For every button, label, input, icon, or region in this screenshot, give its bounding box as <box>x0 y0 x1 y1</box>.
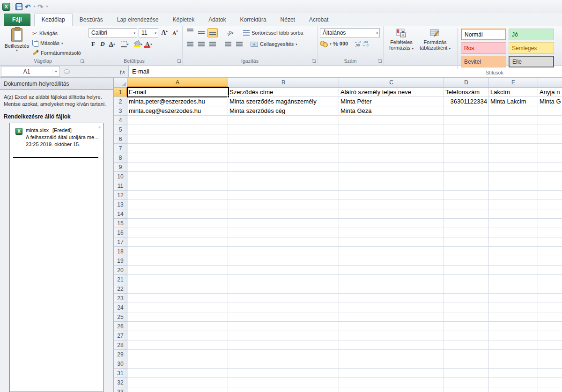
cell-F20[interactable] <box>538 266 562 275</box>
cell-E11[interactable] <box>489 181 538 191</box>
cell-B7[interactable] <box>228 144 339 153</box>
copy-dropdown-icon[interactable]: ▾ <box>61 42 63 45</box>
cell-B17[interactable] <box>228 237 339 247</box>
merge-cells-dropdown-icon[interactable]: ▾ <box>296 43 297 46</box>
number-format-select[interactable]: Általános ▾ <box>320 28 380 37</box>
comma-style-button[interactable]: 000 <box>340 41 348 46</box>
cell-E18[interactable] <box>489 247 538 256</box>
scroll-up-icon[interactable]: ▲ <box>97 125 102 129</box>
row-header-5[interactable]: 5 <box>114 125 127 134</box>
cell-D20[interactable] <box>444 266 489 275</box>
cell-A20[interactable] <box>127 266 228 275</box>
cell-E33[interactable] <box>489 387 538 392</box>
cell-F29[interactable] <box>538 350 562 359</box>
cell-A3[interactable]: minta.ceg@eszerzodes.hu <box>127 106 228 116</box>
cell-A16[interactable] <box>127 228 228 237</box>
cell-C12[interactable] <box>339 191 444 200</box>
cell-A7[interactable] <box>127 144 228 153</box>
row-header-33[interactable]: 33 <box>114 387 127 392</box>
cell-B25[interactable] <box>228 312 339 322</box>
cell-E28[interactable] <box>489 340 538 350</box>
tab-adatok[interactable]: Adatok <box>201 14 233 26</box>
cell-B27[interactable] <box>228 331 339 340</box>
cell-E12[interactable] <box>489 191 538 200</box>
cell-C19[interactable] <box>339 256 444 266</box>
cell-B20[interactable] <box>228 266 339 275</box>
cell-C20[interactable] <box>339 266 444 275</box>
cell-C16[interactable] <box>339 228 444 237</box>
cell-B28[interactable] <box>228 340 339 350</box>
row-header-25[interactable]: 25 <box>114 312 127 322</box>
conditional-formatting-dropdown-icon[interactable]: ▾ <box>412 47 414 50</box>
row-header-19[interactable]: 19 <box>114 256 127 266</box>
cell-style-semleges[interactable]: Semleges <box>509 42 554 54</box>
cell-E31[interactable] <box>489 369 538 378</box>
cell-A25[interactable] <box>127 312 228 322</box>
format-painter-button[interactable]: Formátummásoló <box>31 49 82 57</box>
cell-E23[interactable] <box>489 294 538 303</box>
cell-E27[interactable] <box>489 331 538 340</box>
alignment-dialog-launcher-icon[interactable] <box>312 59 316 63</box>
cell-E6[interactable] <box>489 134 538 144</box>
cell-style-normál[interactable]: Normál <box>461 29 506 40</box>
cell-A15[interactable] <box>127 219 228 228</box>
cell-D17[interactable] <box>444 237 489 247</box>
align-center-button[interactable] <box>196 39 207 49</box>
underline-button[interactable]: A <box>109 40 113 48</box>
row-header-32[interactable]: 32 <box>114 378 127 387</box>
cut-button[interactable]: ✂ Kivágás <box>31 29 82 37</box>
cell-B32[interactable] <box>228 378 339 387</box>
cell-C33[interactable] <box>339 387 444 392</box>
cell-A13[interactable] <box>127 200 228 209</box>
cell-F13[interactable] <box>538 200 562 209</box>
cell-A33[interactable] <box>127 387 228 392</box>
cell-E4[interactable] <box>489 116 538 125</box>
cell-C5[interactable] <box>339 125 444 134</box>
cell-B31[interactable] <box>228 369 339 378</box>
tab-besz-r-s[interactable]: Beszúrás <box>73 14 110 26</box>
cell-B26[interactable] <box>228 322 339 331</box>
cell-F17[interactable] <box>538 237 562 247</box>
row-header-11[interactable]: 11 <box>114 181 127 191</box>
cell-F19[interactable] <box>538 256 562 266</box>
cell-F1[interactable]: Anyja n <box>538 88 562 97</box>
percent-style-button[interactable]: % <box>333 40 339 47</box>
cell-A2[interactable]: minta.peter@eszerzodes.hu <box>127 97 228 106</box>
cell-C13[interactable] <box>339 200 444 209</box>
row-header-14[interactable]: 14 <box>114 209 127 219</box>
cell-C6[interactable] <box>339 134 444 144</box>
row-header-13[interactable]: 13 <box>114 200 127 209</box>
row-header-4[interactable]: 4 <box>114 116 127 125</box>
cell-C1[interactable]: Aláíró személy teljes neve <box>339 88 444 97</box>
cell-A31[interactable] <box>127 369 228 378</box>
insert-function-button[interactable]: ƒx <box>116 66 128 77</box>
paste-dropdown-icon[interactable]: ▾ <box>16 49 18 52</box>
cell-E5[interactable] <box>489 125 538 134</box>
cell-A5[interactable] <box>127 125 228 134</box>
cell-F14[interactable] <box>538 209 562 219</box>
fill-color-button[interactable]: ▾ <box>133 39 144 49</box>
cell-style-jó[interactable]: Jó <box>509 29 554 40</box>
cell-B18[interactable] <box>228 247 339 256</box>
bold-button[interactable]: F <box>89 39 98 49</box>
cell-C9[interactable] <box>339 163 444 172</box>
cell-D19[interactable] <box>444 256 489 266</box>
cell-E19[interactable] <box>489 256 538 266</box>
borders-dropdown-icon[interactable]: ▾ <box>127 43 129 46</box>
cell-D8[interactable] <box>444 153 489 163</box>
cell-D7[interactable] <box>444 144 489 153</box>
row-header-26[interactable]: 26 <box>114 322 127 331</box>
align-left-button[interactable] <box>185 39 195 49</box>
cell-A11[interactable] <box>127 181 228 191</box>
align-right-button[interactable] <box>207 39 218 49</box>
row-header-2[interactable]: 2 <box>114 97 127 106</box>
tab-korrekt-ra[interactable]: Korrektúra <box>233 14 274 26</box>
cell-A14[interactable] <box>127 209 228 219</box>
cell-E20[interactable] <box>489 266 538 275</box>
undo-dropdown-icon[interactable]: ▾ <box>34 5 36 8</box>
font-size-select[interactable]: 11 ▾ <box>139 28 158 37</box>
cell-E14[interactable] <box>489 209 538 219</box>
column-header-e[interactable]: E <box>489 78 538 88</box>
cell-D6[interactable] <box>444 134 489 144</box>
cell-F9[interactable] <box>538 163 562 172</box>
